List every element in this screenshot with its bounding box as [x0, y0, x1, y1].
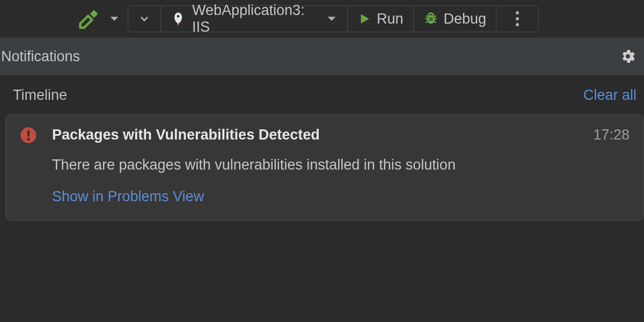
debug-button-label: Debug	[444, 11, 487, 27]
run-config-group: WebApplication3: IIS Run	[128, 5, 539, 32]
run-button-label: Run	[377, 11, 404, 27]
gear-icon[interactable]	[619, 48, 636, 65]
chevron-down-icon	[326, 13, 338, 25]
notifications-panel-body: Timeline Clear all Packages with Vulnera…	[0, 75, 644, 221]
svg-point-10	[626, 54, 630, 58]
notifications-panel-header: Notifications	[0, 38, 644, 75]
more-actions-button[interactable]	[496, 6, 538, 32]
run-button[interactable]: Run	[348, 6, 414, 32]
svg-point-13	[27, 138, 30, 141]
run-config-label: WebApplication3: IIS	[192, 2, 326, 35]
clear-all-link[interactable]: Clear all	[583, 87, 636, 104]
svg-point-1	[427, 15, 435, 24]
svg-rect-12	[27, 130, 30, 137]
notification-body: There are packages with vulnerabilities …	[52, 157, 630, 173]
run-config-history-button[interactable]	[128, 6, 161, 32]
panel-title: Notifications	[1, 48, 80, 65]
timeline-header-row: Timeline Clear all	[13, 87, 636, 104]
notification-action-link[interactable]: Show in Problems View	[52, 188, 588, 205]
play-icon	[357, 12, 371, 26]
error-icon	[20, 127, 47, 144]
timeline-section-label: Timeline	[13, 87, 67, 104]
svg-line-6	[426, 21, 428, 23]
notification-card[interactable]: Packages with Vulnerabilities Detected 1…	[5, 114, 644, 221]
rocket-icon	[171, 11, 186, 26]
svg-line-4	[426, 16, 428, 17]
main-toolbar: WebApplication3: IIS Run	[0, 0, 644, 38]
svg-line-5	[434, 16, 436, 17]
run-config-selector[interactable]: WebApplication3: IIS	[161, 6, 348, 32]
bug-icon	[423, 11, 438, 26]
notification-time: 17:28	[593, 127, 630, 144]
build-icon[interactable]	[77, 7, 101, 31]
svg-point-0	[177, 15, 180, 18]
notification-title: Packages with Vulnerabilities Detected	[52, 127, 588, 144]
build-dropdown-icon[interactable]	[104, 13, 125, 25]
svg-line-7	[434, 21, 436, 23]
debug-button[interactable]: Debug	[414, 6, 497, 32]
more-vertical-icon	[506, 11, 529, 26]
